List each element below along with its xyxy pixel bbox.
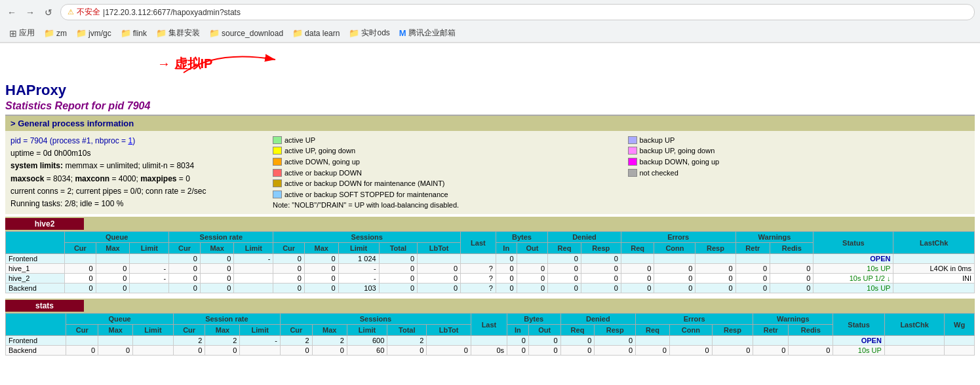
th-b-in: In (507, 325, 529, 336)
td (133, 346, 174, 356)
th-e-resp: Resp (712, 325, 753, 336)
td (893, 254, 975, 264)
th-status: Status (813, 232, 893, 254)
th-sessions: Sessions (281, 314, 471, 325)
td: 0 (496, 274, 517, 284)
row-name: hive_1 (6, 264, 65, 274)
td: 0 (548, 264, 581, 274)
th-b-in: In (496, 243, 517, 254)
bookmark-realtime-ods[interactable]: 📁 实时ods (345, 26, 393, 40)
td: 0 (581, 274, 621, 284)
legend-active-up-going-down: active UP, going down (273, 146, 615, 156)
stats-title: Statistics Report for pid 7904 (5, 100, 975, 112)
th-empty (6, 314, 66, 336)
td: 0 (418, 284, 461, 293)
hive2-service-name: hive2 (5, 218, 84, 230)
td: 0 (273, 284, 305, 293)
bookmark-source-download[interactable]: 📁 source_download (205, 27, 287, 39)
td (712, 336, 753, 346)
th-e-resp: Resp (696, 243, 735, 254)
bookmark-cluster-install[interactable]: 📁 集群安装 (152, 26, 204, 40)
th-d-req: Req (548, 243, 581, 254)
status-cell: 10s UP 1/2 ↓ (813, 274, 893, 284)
th-w-redis: Redis (770, 243, 813, 254)
legend-color-active-up-going-down (273, 147, 282, 155)
bookmark-jvmgc[interactable]: 📁 jvm/gc (72, 27, 115, 39)
th-d-resp: Resp (595, 325, 636, 336)
legend-active-backup-down: active or backup DOWN (273, 168, 615, 178)
td: 0 (654, 264, 696, 274)
td: ? (461, 264, 496, 274)
th-e-req: Req (621, 243, 654, 254)
td (461, 254, 496, 264)
td: 0 (304, 264, 338, 274)
uptime-line: uptime = 0d 0h00m10s (10, 147, 260, 160)
back-button[interactable]: ← (5, 6, 18, 19)
legend-color-active-up (273, 136, 282, 144)
th-status: Status (833, 314, 885, 336)
td (621, 254, 654, 264)
th-session-rate: Session rate (169, 232, 273, 243)
td: 0 (65, 284, 96, 293)
lock-icon: ⚠ (68, 8, 74, 16)
td: 0 (169, 254, 201, 264)
th-session-rate: Session rate (173, 314, 280, 325)
bookmark-label: 实时ods (361, 28, 389, 39)
td: 0 (517, 264, 548, 274)
forward-button[interactable]: → (24, 6, 37, 19)
td: 0 (273, 274, 305, 284)
bookmark-apps[interactable]: ⊞ 应用 (5, 26, 39, 40)
bookmark-label: zm (56, 29, 67, 38)
bookmark-tencent-mail[interactable]: M 腾讯企业邮箱 (395, 26, 460, 40)
nbproc-link[interactable]: 1 (128, 136, 132, 145)
legend-color-backup-up-going-down (628, 147, 637, 155)
virtual-ip-label: → 虚拟IP (157, 55, 212, 73)
td: 0 (96, 264, 130, 274)
hive2-table: Queue Session rate Sessions Last Bytes D… (5, 231, 975, 293)
td: ? (461, 284, 496, 293)
folder-icon: 📁 (156, 28, 167, 38)
folder-icon: 📁 (44, 28, 54, 38)
th-warnings: Warnings (753, 314, 833, 325)
th-d-resp: Resp (581, 243, 621, 254)
apps-grid-icon: ⊞ (9, 28, 17, 39)
td: 0 (273, 254, 305, 264)
refresh-button[interactable]: ↺ (42, 6, 55, 19)
bookmark-zm[interactable]: 📁 zm (40, 27, 71, 39)
td (133, 336, 174, 346)
td: 0 (200, 254, 234, 264)
td: 2 (387, 336, 427, 346)
td (636, 336, 670, 346)
legend-label: Note: "NOLB"/"DRAIN" = UP with load-bala… (273, 201, 459, 209)
td: 0 (205, 346, 240, 356)
bookmark-label: flink (133, 29, 147, 38)
th-bytes: Bytes (507, 314, 560, 325)
th-q-limit: Limit (133, 325, 174, 336)
row-name: Backend (6, 284, 65, 293)
legend-label: active DOWN, going up (284, 158, 360, 166)
td: 0 (789, 346, 833, 356)
bookmark-data-learn[interactable]: 📁 data learn (288, 27, 343, 39)
td: 0 (517, 284, 548, 293)
td: - (130, 274, 169, 284)
th-q-max: Max (98, 325, 133, 336)
system-limits-line: system limits: memmax = unlimited; ulimi… (10, 160, 260, 172)
td (234, 284, 273, 293)
td: 0 (173, 346, 205, 356)
th-s-cur: Cur (273, 243, 305, 254)
td: 0 (669, 346, 712, 356)
th-e-conn: Conn (669, 325, 712, 336)
th-sr-limit: Limit (234, 243, 273, 254)
th-w-redis: Redis (789, 325, 833, 336)
legend-label: backup DOWN, going up (640, 158, 720, 166)
th-errors: Errors (636, 314, 753, 325)
bookmark-flink[interactable]: 📁 flink (117, 27, 151, 39)
td (418, 254, 461, 264)
td: 0 (696, 274, 735, 284)
td: 0 (696, 264, 735, 274)
address-bar[interactable]: ⚠ 不安全 | 172.20.3.112:6677/hapoxyadmin?st… (60, 4, 975, 20)
td: 0 (200, 264, 234, 274)
legend-label: active UP, going down (284, 147, 355, 155)
th-queue: Queue (66, 314, 173, 325)
table-row: hive_1 0 0 - 0 0 0 0 - 0 0 ? 0 (6, 264, 975, 274)
